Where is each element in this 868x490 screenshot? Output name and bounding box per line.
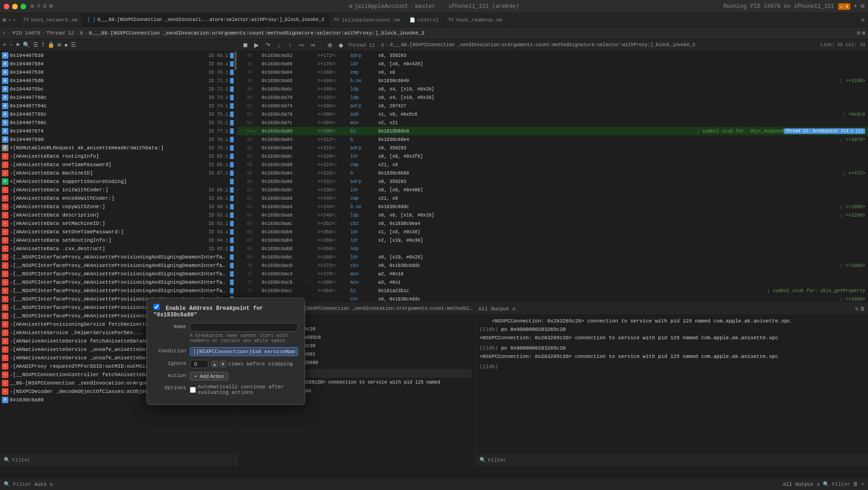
asm-line[interactable]: 66 0x1830c6ab0 <+256>: ldr x1, [x8, #0x3… xyxy=(238,228,868,236)
minimize-button[interactable] xyxy=(12,4,18,9)
bp-ignore-up[interactable]: ▲ xyxy=(211,361,218,367)
bp-ignore-input[interactable] xyxy=(190,360,208,368)
asm-line[interactable]: 53 0x1830c6a7c <+204>: mov x2, x21 xyxy=(238,119,868,127)
window-controls[interactable]: ⊡ xyxy=(861,3,864,10)
bookmark-icon[interactable]: ☰ xyxy=(32,41,39,49)
step-instruction-over-button[interactable]: ⇒ xyxy=(308,41,317,50)
asm-line[interactable]: 46 0x1830c6a60 <+176>: ldr x8, [x8, #0x4… xyxy=(238,60,868,68)
asm-line[interactable]: 56 0x1830c6a88 <+216>: adrp x8, 358293 xyxy=(238,144,868,152)
add-tab-button[interactable]: + xyxy=(854,3,857,10)
collapse-icon[interactable]: ⊞ xyxy=(862,30,865,36)
pause-button[interactable]: ▶ xyxy=(252,41,261,50)
breadcrumb-arrow-back[interactable]: ‹ xyxy=(3,30,6,36)
bp-ignore-down[interactable]: ▼ xyxy=(220,361,226,367)
func-list-item[interactable]: - -[__NSXPCInterfaceProxy_AKAnisetteProv… xyxy=(0,287,237,295)
share-icon[interactable]: ⤴ xyxy=(41,41,45,49)
flag-icon[interactable]: ⚑ xyxy=(15,41,20,49)
asm-line[interactable]: 57 0x1830c6a8c <+220>: ldr x8, [x8, #0x3… xyxy=(238,152,868,161)
asm-line[interactable]: 61 0x1830c6a9c <+236>: ldr x8, [x8, #0x4… xyxy=(238,186,868,194)
step-out-button[interactable]: ↑ xyxy=(285,41,295,50)
tab-jailapple[interactable]: ht jailAppleAccount.xm xyxy=(329,13,405,27)
asm-line[interactable]: 55 0x1830c6a84 <+212>: b 0x1830c6de4 ; <… xyxy=(238,135,868,144)
func-list-item[interactable]: A 0x194407766c ID 76.1 xyxy=(0,119,237,127)
asm-line[interactable]: 72 0x1830c6ac8 <+280>: mov w3, #0x1 xyxy=(238,278,868,287)
breakpoints-icon[interactable]: ◆ xyxy=(63,41,69,49)
console-clear-icon[interactable]: 🗑 xyxy=(860,306,865,312)
func-list-item[interactable]: - -[AKAnisetteData initWithCoder:] ID 88… xyxy=(0,186,237,194)
asm-line[interactable]: 62 0x1830c6aa0 <+240>: cmp x21, x8 xyxy=(238,194,868,203)
close-button[interactable] xyxy=(4,4,9,9)
asm-line[interactable]: 51 0x1830c6a74 <+196>: adrp x8, 297427 xyxy=(238,102,868,110)
asm-line[interactable]: 50 0x1830c6a70 <+192>: ldp x8, x4, [x19,… xyxy=(238,93,868,102)
step-in-button[interactable]: ↓ xyxy=(274,41,284,50)
asm-line[interactable]: 74 chr x8, 0x1830c4ddc ; <+1068> xyxy=(238,295,868,302)
asm-line[interactable]: 63 0x1830c6aa4 <+244>: b.ne 0x1830c6ddc … xyxy=(238,203,868,211)
func-list-item[interactable]: - -[AKAnisetteData setOneTimePassword:] … xyxy=(0,228,237,236)
hierarchy-icon[interactable]: ≡ xyxy=(37,3,40,10)
func-list-item[interactable]: A 0x194407538 ID 70.1 xyxy=(0,68,237,77)
asm-line[interactable]: 67 0x1830c6ab4 <+260>: ldr x2, [x19, #0x… xyxy=(238,236,868,245)
func-list-item[interactable]: A 0x1944075bc ID 72.1 xyxy=(0,85,237,93)
asm-line[interactable]: 52 0x1830c6a78 <+200>: add x1, x8, #0x5c… xyxy=(238,110,868,119)
bp-auto-continue-checkbox[interactable] xyxy=(190,387,196,393)
add-func-icon[interactable]: + xyxy=(2,41,7,49)
hex-view-icon[interactable]: ⊞ xyxy=(57,41,62,49)
func-list-item[interactable]: - -[__NSXPCInterfaceProxy_AKAnisetteProv… xyxy=(0,253,237,261)
func-list-item[interactable]: - -[__NSXPCInterfaceProxy_AKAnisetteProv… xyxy=(0,261,237,270)
list-view-icon[interactable]: ☰ xyxy=(70,41,77,49)
func-list-item[interactable]: - -[AKAnisetteData machineID] ID 87.1 xyxy=(0,169,237,177)
tab-control[interactable]: 📄 control xyxy=(405,13,444,27)
asm-line[interactable]: 64 0x1830c6aa8 <+248>: ldp x0, x8, [x19,… xyxy=(238,211,868,219)
func-list-item[interactable]: X +[NSMutableURLRequest ak_anisetteHeade… xyxy=(0,144,237,152)
asm-line[interactable]: 48 0x1830c6a68 <+184>: b.ne 0x1830c6640 … xyxy=(238,77,868,85)
func-list-item[interactable]: - -[__NSXPCInterfaceProxy_AKAnisetteProv… xyxy=(0,278,237,287)
func-list-item[interactable]: - -[AKAnisetteData copyWithZone:] ID 90.… xyxy=(0,203,237,211)
func-list-item[interactable]: - -[AKAnisetteData setMachineID:] ID 92.… xyxy=(0,219,237,228)
add-action-button[interactable]: + Add Action xyxy=(190,372,228,380)
func-list-item[interactable]: - -[AKAnisetteData description] ID 91.1 xyxy=(0,211,237,219)
func-list-item[interactable]: A 0x194407764c ID 74.1 xyxy=(0,102,237,110)
bp-condition-input[interactable] xyxy=(190,347,298,356)
status-trash-icon[interactable]: 🗑 xyxy=(853,481,858,487)
maximize-button[interactable] xyxy=(21,4,26,9)
status-all-output[interactable]: All Output ◇ xyxy=(783,481,820,487)
func-list-item[interactable]: A 0x194407768c ID 73.1 xyxy=(0,93,237,102)
asm-line[interactable]: 70 0x1830c6ac0 <+272>: cbz x0, 0x1830c6d… xyxy=(238,261,868,270)
tab-hookreqresp[interactable]: ht hook_reqResp.xm xyxy=(444,13,507,27)
asm-line[interactable]: 65 0x1830c6aac <+252>: cbz x0, 0x1830c6e… xyxy=(238,219,868,228)
func-list-item[interactable]: A 0x194407680 ID 78.1 xyxy=(0,135,237,144)
func-list-item[interactable]: + +[AKAnisetteData supportsSecureCoding] xyxy=(0,177,237,186)
expand-icon[interactable]: ⊡ xyxy=(857,30,861,36)
asm-line[interactable]: 54 → 0x1830c6a80 <+208>: bl 0x1815b9dc8 … xyxy=(238,127,868,135)
status-download-icon[interactable]: ⬇ xyxy=(861,481,864,487)
func-list-item[interactable]: A 0x194407530 ID 68.1 xyxy=(0,51,237,60)
func-list-item[interactable]: - -[AKAnisetteData .cxx_destruct] ID 95.… xyxy=(0,245,237,253)
sidebar-toggle-icon[interactable]: ⊞ xyxy=(31,3,34,10)
remove-func-icon[interactable]: − xyxy=(8,41,14,49)
stop-button[interactable]: ⏹ xyxy=(241,41,250,50)
breadcrumb-arrow-fwd[interactable]: › xyxy=(8,30,11,36)
step-over-button[interactable]: ↷ xyxy=(263,41,272,50)
add-expression-button[interactable]: ⊕ xyxy=(325,41,334,50)
status-auto[interactable]: Auto ◇ xyxy=(35,481,53,487)
nav-back-icon[interactable]: ‹ xyxy=(8,17,11,23)
asm-line[interactable]: 45 0x1830c6a52 <+172>: adrp x8, 358293 xyxy=(238,51,868,60)
tab-nsxpc-block[interactable]: { } 0___88-[NSXPCConnection _sendInvocat… xyxy=(83,13,329,27)
func-list-item[interactable]: A 0x194407584 ID 69.1 xyxy=(0,60,237,68)
bp-enabled-checkbox[interactable] xyxy=(153,304,160,310)
lock-icon[interactable]: 🔒 xyxy=(47,41,56,49)
asm-line[interactable]: 60 0x1830c6a98 <+232>: adrp x8, 358293 xyxy=(238,177,868,186)
asm-line[interactable]: 49 0x1830c6a6c <+188>: ldp x8, x4, [x19,… xyxy=(238,85,868,93)
asm-line[interactable]: 68 0x1830c6ab8 <+264>: nop xyxy=(238,245,868,253)
jump-to-def-icon[interactable]: ⊞ xyxy=(3,17,6,23)
func-list-item[interactable]: - -[AKAnisetteData oneTimePassword] ID 8… xyxy=(0,161,237,169)
func-list-item[interactable]: - -[AKAnisetteData routingInfo] ID 85.1 xyxy=(0,152,237,161)
func-list-item[interactable]: A 0x1944075d0 ID 71.1 xyxy=(0,77,237,85)
asm-line[interactable]: 71 0x1830c6ac4 <+276>: mov w2, #0x18 xyxy=(238,270,868,278)
grid-icon[interactable]: ⊞ xyxy=(49,3,53,10)
func-list-item[interactable]: A 0x194407674 ID 77.1 xyxy=(0,127,237,135)
asm-line[interactable]: 69 0x1830c6abc <+268>: ldr x0, [x19, #0x… xyxy=(238,253,868,261)
step-instruction-button[interactable]: ⇨ xyxy=(297,41,306,50)
func-list-item[interactable]: - -[__NSXPCInterfaceProxy_AKAnisetteProv… xyxy=(0,270,237,278)
bp-name-input[interactable] xyxy=(190,323,298,332)
